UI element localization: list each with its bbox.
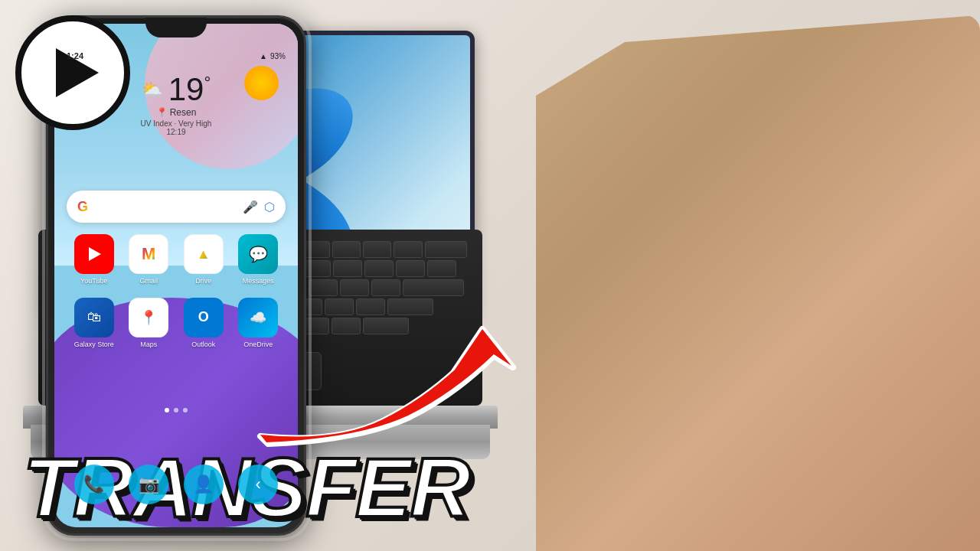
key: [387, 298, 433, 315]
google-search-bar[interactable]: G 🎤 ⬡: [67, 191, 286, 223]
dock-back-icon[interactable]: ‹: [238, 465, 278, 504]
weather-widget: ⛅ 19° 📍 Resen UV Index · Very High 12:19: [141, 73, 212, 136]
phone-status-bar: 1:24 ▲ 93%: [54, 45, 298, 67]
phone-dock: 📞 📷 👤 ‹: [67, 465, 286, 504]
key: [403, 279, 464, 296]
dock-phone-icon[interactable]: 📞: [74, 465, 114, 504]
youtube-play-icon: [89, 247, 101, 261]
key: [427, 260, 456, 277]
app-item-gmail[interactable]: M Gmail: [123, 234, 174, 285]
apps-row-1: YouTube M Gmail ▲ Drive: [67, 234, 286, 285]
galaxy-store-app-icon: 🛍: [74, 298, 114, 337]
onedrive-app-icon: ☁️: [238, 298, 278, 337]
hand: [536, 15, 980, 551]
back-arrow-icon: ‹: [256, 474, 261, 494]
drive-triangle-icon: ▲: [197, 246, 211, 262]
location-pin-icon: 📍: [156, 107, 168, 118]
weather-icon-area: ⛅ 19°: [141, 73, 212, 106]
sun-decoration: [244, 66, 279, 100]
key: [309, 279, 338, 296]
key: [425, 241, 467, 258]
page-dot-1: [165, 408, 169, 412]
status-icons: ▲ 93%: [260, 52, 286, 60]
gmail-app-icon: M: [129, 234, 168, 274]
maps-pin-icon: 📍: [140, 309, 157, 326]
phone-call-icon: 📞: [83, 474, 104, 494]
outlook-app-label: Outlook: [191, 341, 215, 349]
key: [356, 298, 385, 315]
transfer-arrow: [245, 314, 536, 452]
play-button[interactable]: [15, 15, 130, 130]
youtube-app-icon: [74, 234, 114, 274]
gmail-m-icon: M: [142, 244, 155, 264]
galaxy-store-app-label: Galaxy Store: [74, 341, 114, 349]
key: [332, 241, 361, 258]
outlook-app-icon: O: [184, 298, 224, 337]
youtube-app-label: YouTube: [80, 277, 107, 285]
maps-app-icon: 📍: [129, 298, 168, 337]
scene: TRANSFER 1:24 ▲ 93% ⛅: [0, 0, 980, 551]
key: [364, 260, 394, 277]
drive-app-icon: ▲: [184, 234, 224, 274]
outlook-envelope-icon: O: [198, 309, 209, 325]
messages-app-label: Messages: [243, 277, 274, 285]
onedrive-app-label: OneDrive: [243, 341, 273, 349]
app-item-youtube[interactable]: YouTube: [69, 234, 119, 285]
phone-notch: [145, 18, 207, 37]
app-item-messages[interactable]: 💬 Messages: [233, 234, 283, 285]
key: [371, 279, 400, 296]
camera-icon: 📷: [139, 474, 159, 494]
galaxy-store-icon: 🛍: [87, 309, 101, 325]
voice-search-icon[interactable]: 🎤: [243, 200, 258, 214]
messages-app-icon: 💬: [238, 234, 278, 274]
app-item-outlook[interactable]: O Outlook: [178, 298, 229, 349]
messages-chat-icon: 💬: [249, 245, 268, 263]
contacts-icon: 👤: [193, 474, 214, 494]
status-time: 1:24: [67, 51, 83, 60]
key: [340, 279, 369, 296]
app-item-galaxy-store[interactable]: 🛍 Galaxy Store: [69, 298, 119, 349]
key: [363, 241, 391, 258]
onedrive-cloud-icon: ☁️: [250, 309, 266, 326]
wifi-icon: ▲: [260, 52, 267, 60]
dock-camera-icon[interactable]: 📷: [129, 465, 168, 504]
lens-search-icon[interactable]: ⬡: [264, 200, 275, 214]
key: [396, 260, 425, 277]
page-dot-2: [174, 408, 178, 412]
page-dot-3: [183, 408, 188, 412]
app-item-drive[interactable]: ▲ Drive: [178, 234, 229, 285]
dock-contacts-icon[interactable]: 👤: [184, 465, 224, 504]
key: [325, 298, 354, 315]
drive-app-label: Drive: [195, 277, 211, 285]
app-item-onedrive[interactable]: ☁️ OneDrive: [233, 298, 283, 349]
maps-app-label: Maps: [140, 341, 157, 349]
app-item-maps[interactable]: 📍 Maps: [123, 298, 174, 349]
weather-detail: UV Index · Very High 12:19: [141, 119, 212, 136]
battery-icon: 93%: [270, 52, 286, 60]
apps-grid: YouTube M Gmail ▲ Drive: [67, 234, 286, 361]
weather-temperature: 19°: [168, 73, 211, 106]
key: [333, 260, 362, 277]
key: [394, 241, 422, 258]
google-logo: G: [77, 199, 88, 215]
weather-location: 📍 Resen: [141, 107, 212, 118]
weather-cloud-icon: ⛅: [142, 80, 162, 99]
gmail-app-label: Gmail: [139, 277, 158, 285]
page-dots: [54, 408, 298, 412]
apps-row-2: 🛍 Galaxy Store 📍 Maps O O: [67, 298, 286, 349]
